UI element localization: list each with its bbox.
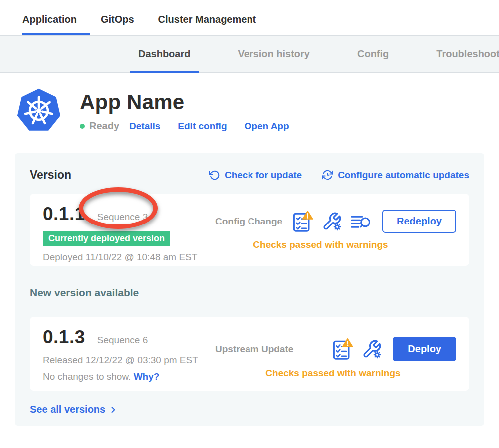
chevron-right-icon [108,405,118,415]
edit-config-icon[interactable] [322,212,342,231]
subtab-config[interactable]: Config [357,36,389,72]
kubernetes-logo-icon [16,86,62,135]
next-version-number: 0.1.3 [43,327,85,348]
preflight-checks-status: Checks passed with warnings [215,368,456,379]
divider [169,121,169,132]
version-section-title: Version [30,168,71,182]
subtab-dashboard[interactable]: Dashboard [138,36,190,72]
edit-config-link[interactable]: Edit config [178,121,227,132]
preflight-checks-warning-icon[interactable] [292,211,313,232]
configure-automatic-updates-button[interactable]: Configure automatic updates [322,169,469,181]
subtab-troubleshoot[interactable]: Troubleshoot [436,36,499,72]
divider [236,121,236,132]
check-for-update-button[interactable]: Check for update [209,170,302,181]
version-section: Version Check for update Configure autom… [15,153,484,426]
deployed-timestamp: Deployed 11/10/22 @ 10:48 am EST [43,252,215,263]
tab-gitops[interactable]: GitOps [101,14,134,35]
check-for-update-label: Check for update [225,170,302,181]
see-all-versions-link[interactable]: See all versions [30,404,469,415]
see-all-versions-label: See all versions [30,404,105,415]
why-link[interactable]: Why? [134,371,160,382]
current-version-card: 0.1.1 Sequence 3 Currently deployed vers… [30,194,469,266]
secondary-nav: Dashboard Version history Config Trouble… [0,35,499,73]
subtab-version-history[interactable]: Version history [238,36,310,72]
tab-application[interactable]: Application [22,14,77,35]
current-version-type: Config Change [215,216,282,227]
current-version-sequence: Sequence 3 [97,212,148,223]
status-badge: Ready [89,120,119,132]
no-changes-text: No changes to show. [43,371,131,382]
view-diff-icon[interactable] [350,213,371,230]
refresh-icon [209,170,220,181]
edit-config-icon[interactable] [362,339,382,359]
app-header: App Name Ready Details Edit config Open … [16,86,499,135]
status-dot-icon [80,124,85,129]
page-title: App Name [80,90,289,114]
currently-deployed-badge: Currently deployed version [43,231,170,246]
current-version-number: 0.1.1 [43,204,85,224]
primary-nav: Application GitOps Cluster Management [0,0,499,35]
deploy-button[interactable]: Deploy [393,337,456,361]
released-timestamp: Released 12/12/22 @ 03:30 pm EST [43,355,215,366]
details-link[interactable]: Details [129,121,160,132]
configure-automatic-updates-label: Configure automatic updates [338,170,469,181]
new-version-heading: New version available [30,287,469,299]
preflight-checks-status: Checks passed with warnings [215,239,456,250]
open-app-link[interactable]: Open App [245,121,289,132]
next-version-type: Upstream Update [215,344,293,355]
tab-cluster-management[interactable]: Cluster Management [158,14,256,35]
auto-update-schedule-icon [322,169,333,181]
preflight-checks-warning-icon[interactable] [332,338,353,360]
next-version-sequence: Sequence 6 [97,335,148,346]
new-version-card: 0.1.3 Sequence 6 Released 12/12/22 @ 03:… [30,317,469,391]
redeploy-button[interactable]: Redeploy [382,210,456,233]
